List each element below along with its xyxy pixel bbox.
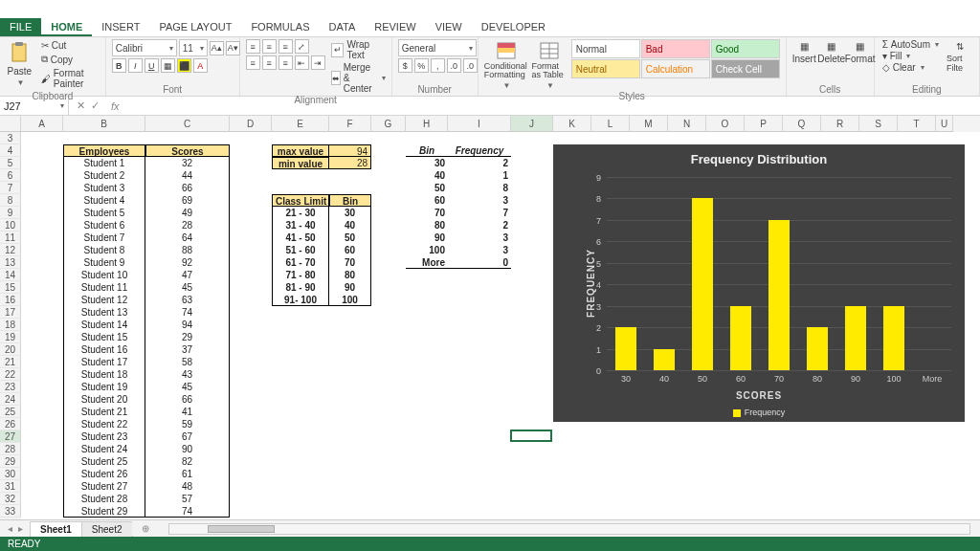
indent-inc-icon[interactable]: ⇥ [311,55,325,70]
cell[interactable]: 66 [145,182,230,194]
cell[interactable]: 74 [145,505,230,518]
cell[interactable]: Student 24 [63,443,145,455]
cell[interactable]: 29 [145,331,230,343]
cell[interactable]: 92 [145,256,230,269]
cell[interactable]: Student 27 [63,480,145,493]
cell[interactable]: Student 19 [63,381,145,393]
row-header[interactable]: 5 [0,157,21,169]
cell[interactable]: 94 [145,319,230,331]
cell[interactable]: 2 [448,219,511,231]
row-header[interactable]: 4 [0,144,21,157]
cell[interactable]: Student 25 [63,455,145,468]
cell[interactable]: 90 [329,281,371,294]
row-header[interactable]: 28 [0,443,21,455]
row-header[interactable]: 6 [0,169,21,182]
align-top-icon[interactable]: ≡ [246,39,260,54]
column-header[interactable]: I [448,116,511,132]
cell[interactable]: 30 [329,207,371,219]
cell[interactable]: Student 13 [63,306,145,319]
cell[interactable]: 21 - 30 [272,207,329,219]
insert-cells-button[interactable]: ▦Insert [792,39,816,64]
cell[interactable]: 91- 100 [272,294,329,306]
cell[interactable]: Frequency [448,144,511,157]
cell[interactable]: 70 [329,256,371,269]
sheet-tab-2[interactable]: Sheet2 [81,521,133,537]
sheet-tab-1[interactable]: Sheet1 [30,521,82,537]
cell[interactable]: Student 1 [63,157,145,169]
style-neutral[interactable]: Neutral [571,59,640,78]
cell[interactable]: 49 [145,207,230,219]
cell[interactable]: 40 [329,219,371,231]
tab-formulas[interactable]: FORMULAS [241,18,319,36]
cell[interactable]: Student 15 [63,331,145,343]
cell[interactable]: Student 12 [63,294,145,306]
column-header[interactable]: B [63,116,145,132]
cell[interactable]: 45 [145,281,230,294]
tab-review[interactable]: REVIEW [365,18,425,36]
column-header[interactable]: P [745,116,783,132]
cell[interactable]: 30 [406,157,448,169]
row-header[interactable]: 18 [0,319,21,331]
tab-developer[interactable]: DEVELOPER [472,18,555,36]
style-good[interactable]: Good [711,39,780,58]
cell[interactable]: Student 14 [63,319,145,331]
cell[interactable]: 60 [406,194,448,207]
cell[interactable]: 40 [406,169,448,182]
cell[interactable]: 88 [145,244,230,256]
cell[interactable]: Student 22 [63,418,145,430]
cell[interactable]: 48 [145,480,230,493]
row-header[interactable]: 24 [0,393,21,406]
row-header[interactable]: 13 [0,256,21,269]
tab-view[interactable]: VIEW [426,18,472,36]
row-header[interactable]: 30 [0,468,21,480]
cell[interactable]: 44 [145,169,230,182]
cell[interactable]: 64 [145,231,230,244]
cell[interactable]: Student 17 [63,356,145,368]
cell[interactable]: Student 23 [63,430,145,443]
cell[interactable]: 28 [145,219,230,231]
column-header[interactable]: N [668,116,706,132]
cell[interactable]: 0 [448,256,511,269]
font-color-button[interactable]: A [193,58,208,73]
cell[interactable]: 50 [406,182,448,194]
fill-button[interactable]: ▾Fill▾ [880,51,941,61]
clear-button[interactable]: ◇Clear▾ [880,62,941,73]
style-normal[interactable]: Normal [571,39,640,58]
format-painter-button[interactable]: 🖌Format Painter [39,67,100,90]
underline-button[interactable]: U [145,58,159,73]
column-header[interactable]: M [630,116,668,132]
row-header[interactable]: 33 [0,505,21,518]
tab-data[interactable]: DATA [320,18,366,36]
column-header[interactable]: O [706,116,745,132]
fill-color-button[interactable]: ⬛ [177,58,191,73]
cut-button[interactable]: ✂Cut [39,39,100,52]
cell[interactable]: 3 [448,231,511,244]
cell[interactable]: 57 [145,493,230,505]
cell[interactable]: Class Limit [272,194,329,207]
cell[interactable]: 81 - 90 [272,281,329,294]
row-header[interactable]: 17 [0,306,21,319]
conditional-formatting-button[interactable]: Conditional Formatting▼ [484,39,528,90]
cell[interactable]: 3 [448,194,511,207]
cell[interactable]: 80 [329,269,371,281]
cell[interactable]: 47 [145,269,230,281]
chart-frequency-distribution[interactable]: Frequency Distribution FREQUENCY 0123456… [553,144,965,422]
row-header[interactable]: 10 [0,219,21,231]
cell[interactable]: 7 [448,207,511,219]
percent-icon[interactable]: % [414,58,429,73]
row-header[interactable]: 12 [0,244,21,256]
row-header[interactable]: 14 [0,269,21,281]
column-header[interactable]: H [406,116,448,132]
cell[interactable]: Student 28 [63,493,145,505]
column-header[interactable]: C [145,116,230,132]
autosum-button[interactable]: ΣAutoSum▾ [880,39,941,50]
tab-file[interactable]: FILE [0,18,41,36]
cell[interactable]: 41 - 50 [272,231,329,244]
tab-insert[interactable]: INSERT [92,18,149,36]
align-bottom-icon[interactable]: ≡ [278,39,293,54]
cell[interactable]: 90 [145,443,230,455]
row-header[interactable]: 29 [0,455,21,468]
cell[interactable]: 3 [448,244,511,256]
cell[interactable]: Student 20 [63,393,145,406]
merge-center-button[interactable]: ⬌Merge & Center▾ [331,62,386,94]
